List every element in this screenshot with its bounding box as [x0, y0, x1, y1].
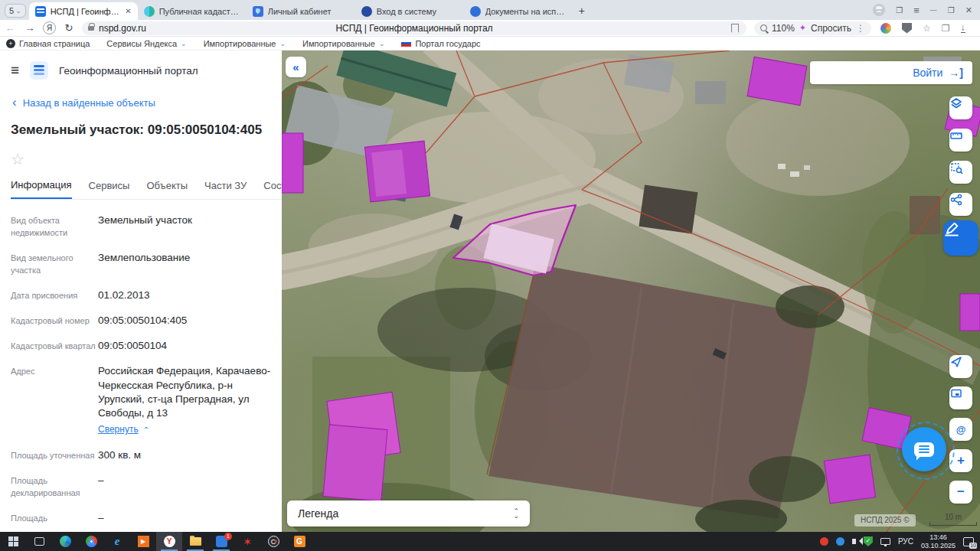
tab-chasti-zu[interactable]: Части ЗУ: [204, 180, 247, 198]
taskbar-red-app[interactable]: ✶: [234, 532, 260, 551]
url-text: nspd.gov.ru: [99, 23, 146, 34]
field-row: Площадь –: [11, 511, 271, 525]
favorite-star-icon[interactable]: ☆: [11, 150, 282, 168]
satellite-overlay: [282, 51, 980, 532]
taskbar-edge[interactable]: [52, 532, 78, 551]
tab-lichnyi-kabinet[interactable]: Личный кабинет: [247, 2, 355, 20]
films-icon: ▶: [138, 536, 149, 547]
map-canvas[interactable]: « Войти →] @ + − Легенда ⌃⌄ НСПД 2025 © …: [282, 51, 980, 532]
profile-avatar[interactable]: [873, 4, 885, 16]
downloads-icon[interactable]: ↓: [961, 24, 965, 33]
close-button[interactable]: ✕: [965, 5, 972, 15]
start-button[interactable]: [0, 532, 26, 551]
browser-menu-icon[interactable]: ≡: [913, 5, 920, 16]
restore-button[interactable]: ❐: [948, 6, 955, 15]
yandex-browser-icon: Y: [164, 536, 175, 547]
back-to-results-link[interactable]: ‹ Назад в найденные объекты: [0, 87, 282, 110]
bookmark-flag-icon[interactable]: [731, 24, 739, 33]
tab-obekty[interactable]: Объекты: [146, 180, 188, 198]
network-icon[interactable]: [880, 538, 890, 545]
chat-widget-button[interactable]: [902, 427, 946, 471]
kebab-menu-icon[interactable]: ⋮: [856, 23, 865, 34]
login-label: Войти: [913, 67, 942, 79]
forward-icon[interactable]: →: [20, 22, 40, 34]
bookmark-imported-1[interactable]: Импортированные ⌄: [204, 39, 286, 48]
minimap-icon: [949, 386, 963, 400]
at-icon: @: [956, 424, 966, 435]
zoom-magnifier-icon[interactable]: [760, 24, 767, 31]
collections-icon[interactable]: ❐: [896, 6, 903, 15]
ie-icon: e: [115, 535, 120, 548]
tab-dokumenty[interactable]: Документы на исполнени: [464, 2, 573, 20]
expand-collapse-icon: ⌃⌄: [513, 509, 519, 518]
draw-tool-button-active[interactable]: [943, 220, 978, 256]
share-button[interactable]: [949, 193, 972, 216]
minimize-button[interactable]: —: [930, 6, 937, 14]
tray-blue-icon[interactable]: [836, 537, 844, 546]
red-app-icon: ✶: [243, 536, 252, 548]
minimap-button[interactable]: [949, 386, 972, 409]
clock[interactable]: 13:46 03.10.2025: [921, 533, 956, 550]
collapse-address-link[interactable]: Свернуть: [98, 423, 139, 435]
tab-informaciya[interactable]: Информация: [11, 179, 72, 199]
bookmark-imported-2[interactable]: Импортированные ⌄: [302, 39, 384, 48]
coordinates-button[interactable]: @: [949, 418, 972, 441]
taskbar-chrome[interactable]: [78, 532, 104, 551]
close-tab-icon[interactable]: ✕: [125, 7, 131, 15]
legend-dropdown[interactable]: Легенда ⌃⌄: [287, 500, 530, 527]
layers-button[interactable]: [949, 96, 972, 119]
chevron-down-icon: ⌄: [280, 40, 286, 47]
volume-icon[interactable]: [852, 539, 856, 544]
page-title: НСПД | Геоинформационный портал: [82, 23, 746, 34]
tab-nspd[interactable]: НСПД | Геоинформаци ✕: [29, 2, 138, 20]
tab-count-button[interactable]: 5 ⌄: [5, 4, 26, 18]
extension-icon[interactable]: [880, 23, 891, 34]
taskbar-ie[interactable]: e: [104, 532, 130, 551]
taskbar-films[interactable]: ▶: [130, 532, 156, 551]
tray-red-icon[interactable]: [820, 537, 828, 546]
tab-servisy[interactable]: Сервисы: [89, 180, 130, 198]
taskbar-g-app[interactable]: G: [286, 532, 312, 551]
extensions-row: ☆ ❐ ↓: [880, 23, 965, 34]
tab-sostav[interactable]: Соста: [263, 180, 282, 198]
chat-bubble-icon: [914, 442, 934, 457]
locate-button[interactable]: [949, 355, 972, 378]
portal-title: Геоинформационный портал: [59, 65, 198, 77]
yandex-button[interactable]: Я: [43, 21, 56, 34]
tab-vhod[interactable]: Вход в систему: [355, 2, 464, 20]
zoom-out-button[interactable]: −: [949, 481, 972, 504]
collapse-panel-button[interactable]: «: [286, 57, 306, 77]
ask-button[interactable]: Спросить: [811, 23, 851, 34]
security-shield-icon[interactable]: ✓: [864, 536, 873, 546]
panel-tabs: Информация Сервисы Объекты Части ЗУ Сост…: [11, 179, 282, 200]
bookmark-gosuslugi[interactable]: Портал государс: [401, 39, 480, 48]
address-bar[interactable]: nspd.gov.ru НСПД | Геоинформационный пор…: [82, 21, 746, 35]
task-view-icon: [34, 537, 44, 546]
time: 13:46: [929, 533, 947, 541]
taskbar-yandex-browser-active[interactable]: Y: [156, 532, 182, 551]
sys-favicon: [361, 6, 372, 17]
object-info-panel: ≡ Геоинформационный портал ‹ Назад в най…: [0, 51, 282, 532]
ruler-button[interactable]: [949, 129, 972, 152]
login-bar[interactable]: Войти →]: [810, 61, 972, 84]
taskbar-explorer[interactable]: [182, 532, 208, 551]
reload-icon[interactable]: ↻: [59, 22, 79, 34]
back-icon[interactable]: ←: [0, 22, 20, 34]
taskbar-crypto-app[interactable]: C: [260, 532, 286, 551]
extension-shield-icon[interactable]: [902, 23, 912, 34]
field-row: Площадь уточненная 300 кв. м: [11, 448, 271, 462]
bookmark-home[interactable]: + Главная страница: [6, 39, 90, 48]
taskbar-app-notification[interactable]: 1: [208, 532, 234, 551]
bookmark-yandex-services[interactable]: Сервисы Яндекса ⌄: [106, 39, 186, 48]
tab-pkk[interactable]: Публичная кадастровая к: [138, 2, 247, 20]
action-center-icon[interactable]: 10: [963, 537, 974, 546]
task-view-button[interactable]: [26, 532, 52, 551]
extension-tabs-icon[interactable]: ❐: [942, 23, 950, 34]
extension-star-icon[interactable]: ☆: [923, 23, 931, 34]
new-tab-button[interactable]: +: [579, 5, 585, 17]
hamburger-menu-icon[interactable]: ≡: [11, 62, 19, 79]
language-indicator[interactable]: РУС: [898, 537, 913, 546]
area-search-button[interactable]: [949, 161, 972, 184]
field-row: Вид объекта недвижимости Земельный участ…: [11, 214, 271, 240]
zoom-level[interactable]: 110%: [772, 23, 795, 34]
